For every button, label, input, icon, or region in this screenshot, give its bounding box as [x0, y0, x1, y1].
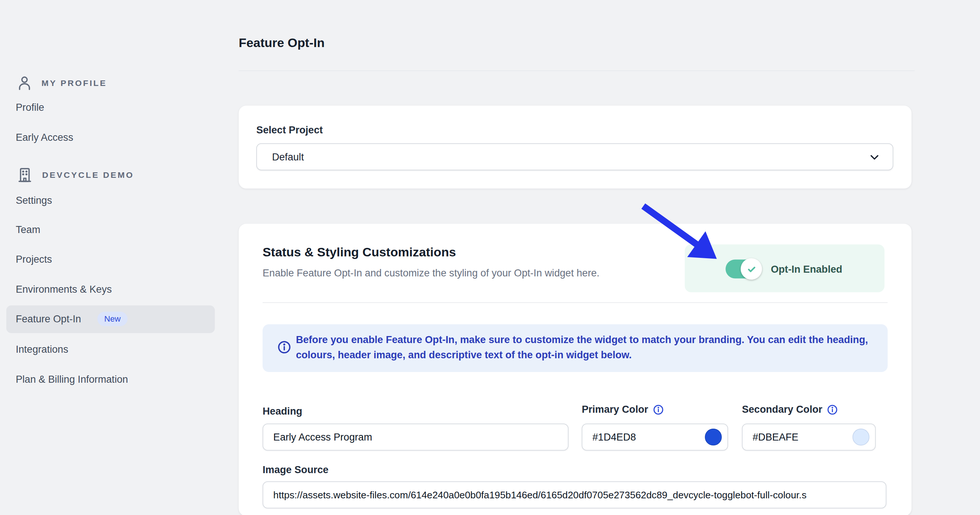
opt-in-toggle-label: Opt-In Enabled [771, 264, 842, 275]
sidebar-item-integrations[interactable]: Integrations [16, 344, 68, 355]
info-tooltip-icon[interactable] [652, 404, 664, 416]
sidebar: MY PROFILE Profile Early Access DEVCYCLE… [0, 0, 226, 515]
select-project-card: Select Project Default [239, 105, 912, 188]
sidebar-item-settings[interactable]: Settings [16, 195, 52, 206]
sidebar-item-profile[interactable]: Profile [16, 102, 44, 113]
secondary-color-label-row: Secondary Color [742, 404, 838, 416]
image-source-label: Image Source [262, 464, 329, 476]
sidebar-section-label: DEVCYCLE DEMO [42, 171, 134, 180]
status-section-title: Status & Styling Customizations [262, 245, 456, 259]
title-divider [239, 70, 915, 71]
sidebar-item-label: Feature Opt-In [16, 313, 81, 325]
secondary-color-label: Secondary Color [742, 404, 822, 416]
app-window: MY PROFILE Profile Early Access DEVCYCLE… [0, 0, 980, 515]
info-banner: Before you enable Feature Opt-In, make s… [262, 324, 888, 372]
new-badge: New [97, 312, 127, 326]
primary-color-label-row: Primary Color [582, 404, 664, 416]
user-icon [16, 74, 33, 91]
sidebar-section-devcycle-demo-header: DEVCYCLE DEMO [16, 166, 134, 184]
sidebar-item-team[interactable]: Team [16, 225, 40, 236]
sidebar-section-my-profile-header: MY PROFILE [16, 74, 107, 91]
toggle-knob [741, 258, 762, 280]
status-section-subtitle: Enable Feature Opt-In and customize the … [262, 268, 600, 279]
primary-color-swatch[interactable] [705, 429, 722, 446]
page-title: Feature Opt-In [239, 36, 325, 50]
select-project-label: Select Project [256, 124, 323, 136]
status-styling-card: Status & Styling Customizations Enable F… [239, 224, 912, 515]
image-source-input[interactable] [262, 481, 886, 508]
sidebar-item-environments-keys[interactable]: Environments & Keys [16, 284, 111, 296]
sidebar-section-label: MY PROFILE [41, 78, 107, 88]
info-banner-text: Before you enable Feature Opt-In, make s… [296, 332, 885, 362]
building-icon [16, 166, 33, 184]
sidebar-item-feature-opt-in[interactable]: Feature Opt-In New [6, 305, 215, 333]
sidebar-item-plan-billing[interactable]: Plan & Billing Information [16, 374, 128, 385]
secondary-color-swatch[interactable] [853, 429, 870, 446]
info-icon [277, 340, 291, 355]
primary-color-label: Primary Color [582, 404, 648, 416]
primary-color-field [582, 424, 728, 451]
chevron-down-icon [869, 151, 880, 163]
heading-label: Heading [262, 406, 302, 418]
opt-in-toggle[interactable] [725, 260, 761, 279]
project-select[interactable]: Default [256, 143, 893, 171]
main-content: Feature Opt-In Select Project Default St… [239, 0, 915, 515]
info-tooltip-icon[interactable] [827, 404, 838, 416]
project-select-value: Default [257, 151, 304, 163]
sidebar-item-projects[interactable]: Projects [16, 254, 52, 265]
heading-input[interactable] [262, 424, 568, 451]
sidebar-item-early-access[interactable]: Early Access [16, 132, 73, 143]
secondary-color-field [742, 424, 875, 451]
section-divider [262, 302, 888, 303]
